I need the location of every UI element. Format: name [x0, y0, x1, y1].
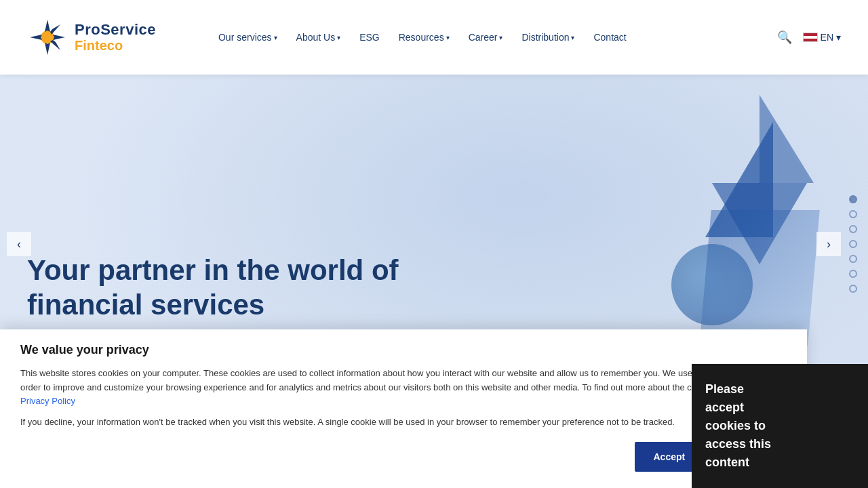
- flag-icon: [803, 33, 818, 42]
- slide-prev-button[interactable]: ‹: [7, 232, 31, 256]
- rect-decoration: [699, 210, 819, 346]
- triangle-2: [760, 95, 814, 183]
- hero-title: Your partner in the world of financial s…: [27, 253, 502, 322]
- header-right: 🔍 EN ▾: [777, 30, 841, 45]
- site-header: ProService Finteco Our services ▾ About …: [0, 0, 868, 75]
- svg-marker-2: [53, 35, 65, 40]
- svg-marker-5: [50, 24, 60, 35]
- slide-dot-6[interactable]: [849, 270, 857, 278]
- nav-about-us[interactable]: About Us ▾: [288, 26, 349, 48]
- chevron-down-icon: ▾: [571, 34, 574, 41]
- cookie-main-text: This website stores cookies on your comp…: [20, 367, 787, 409]
- nav-career[interactable]: Career ▾: [460, 26, 511, 48]
- chevron-down-icon: ▾: [836, 32, 841, 43]
- chevron-down-icon: ▾: [274, 34, 277, 41]
- nav-resources[interactable]: Resources ▾: [391, 26, 458, 48]
- chevron-down-icon: ▾: [446, 34, 450, 41]
- search-button[interactable]: 🔍: [777, 30, 792, 45]
- slide-dot-2[interactable]: [849, 210, 857, 218]
- cookie-banner-title: We value your privacy: [20, 343, 787, 357]
- slide-dot-5[interactable]: [849, 255, 857, 263]
- language-selector[interactable]: EN ▾: [803, 32, 841, 43]
- site-logo[interactable]: ProService Finteco: [27, 17, 156, 58]
- please-accept-line2: accept: [705, 399, 854, 417]
- logo-icon: [27, 17, 68, 58]
- please-accept-line3: cookies to: [705, 417, 854, 435]
- please-accept-line1: Please: [705, 380, 854, 399]
- slide-dot-4[interactable]: [849, 240, 857, 248]
- logo-text: ProService Finteco: [75, 22, 156, 53]
- slide-indicators: [849, 195, 857, 293]
- svg-marker-4: [30, 35, 42, 40]
- privacy-policy-link[interactable]: Privacy Policy: [20, 396, 75, 406]
- svg-marker-6: [50, 40, 60, 50]
- hero-geometric-decoration: [542, 81, 814, 366]
- main-navigation: Our services ▾ About Us ▾ ESG Resources …: [210, 26, 777, 48]
- nav-esg[interactable]: ESG: [351, 26, 388, 48]
- slide-dot-3[interactable]: [849, 225, 857, 233]
- nav-our-services[interactable]: Our services ▾: [210, 26, 285, 48]
- cookie-secondary-text: If you decline, your information won't b…: [20, 415, 787, 430]
- slide-next-button[interactable]: ›: [816, 232, 841, 256]
- logo-finteco: Finteco: [75, 38, 156, 53]
- nav-contact[interactable]: Contact: [585, 26, 634, 48]
- please-accept-line5: content: [705, 453, 854, 472]
- cookie-banner: We value your privacy This website store…: [0, 329, 807, 488]
- logo-proservice: ProService: [75, 22, 156, 38]
- lang-label: EN: [821, 32, 833, 43]
- slide-dot-1[interactable]: [849, 195, 857, 203]
- svg-marker-1: [45, 20, 50, 32]
- cookie-action-buttons: Accept Decline: [20, 442, 787, 472]
- nav-distribution[interactable]: Distribution ▾: [513, 26, 583, 48]
- chevron-down-icon: ▾: [499, 34, 502, 41]
- chevron-down-icon: ▾: [337, 34, 340, 41]
- please-accept-box: Please accept cookies to access this con…: [692, 364, 868, 488]
- svg-marker-3: [45, 43, 50, 55]
- please-accept-line4: access this: [705, 435, 854, 453]
- slide-dot-7[interactable]: [849, 285, 857, 293]
